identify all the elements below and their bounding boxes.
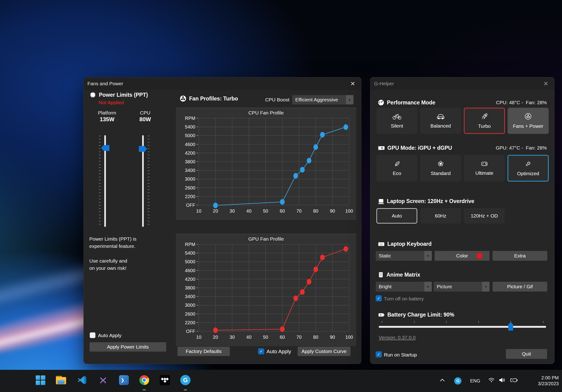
fans-window-title: Fans and Power: [87, 81, 123, 86]
power-auto-apply-checkbox[interactable]: [90, 332, 95, 338]
battery-charge-icon: [378, 312, 385, 318]
gpu-mode-optimized-button[interactable]: Optimized: [507, 155, 549, 181]
apply-custom-curve-button[interactable]: Apply Custom Curve: [298, 347, 351, 356]
keyboard-extra-button[interactable]: Extra: [492, 251, 547, 261]
power-limits-note-1: Power Limits (PPT) is experimental featu…: [89, 235, 137, 250]
cpu-boost-label: CPU Boost: [255, 97, 289, 102]
tray-g-helper-icon[interactable]: G: [454, 377, 461, 384]
cpu-boost-dropdown[interactable]: Efficient Aggressive ▾: [292, 95, 353, 104]
svg-text:3800: 3800: [185, 159, 195, 164]
battery-slider-thumb[interactable]: [508, 322, 513, 331]
chip-icon: [89, 91, 96, 98]
cpu-boost-value: Efficient Aggressive: [292, 97, 346, 102]
perf-mode-silent-button[interactable]: Silent: [376, 108, 418, 134]
tray-chevron-up[interactable]: [438, 375, 447, 385]
anime-brightness-value: Bright: [376, 284, 424, 290]
perf-mode-turbo-button[interactable]: Turbo: [464, 108, 505, 134]
svg-text:GPU Fan Profile: GPU Fan Profile: [248, 236, 284, 242]
taskbar-clock[interactable]: 2:00 PM 3/23/2023: [538, 375, 559, 387]
svg-text:90: 90: [330, 208, 335, 213]
chevron-down-icon[interactable]: ▾: [482, 282, 490, 291]
language-indicator[interactable]: ENG: [470, 378, 480, 384]
taskbar-visual-studio[interactable]: [98, 375, 108, 385]
cpu-limit: CPU 80W: [129, 110, 162, 123]
anime-matrix-heading: Anime Matrix: [378, 271, 420, 278]
cpu-temp-status: CPU: 48°C - Fan: 28%: [496, 100, 547, 105]
taskbar-tidal[interactable]: [159, 375, 170, 385]
powershell-icon: ❯_: [119, 375, 129, 385]
gpu-mode-standard-button[interactable]: Standard: [420, 155, 461, 181]
chevron-down-icon[interactable]: ▾: [424, 282, 432, 291]
display-icon: [481, 160, 488, 168]
gpu-mode-ultimate-button[interactable]: Ultimate: [464, 155, 505, 181]
close-icon[interactable]: ✕: [541, 79, 551, 88]
perf-mode-balanced-button[interactable]: Balanced: [420, 108, 461, 134]
g-helper-running-indicator: [184, 389, 187, 390]
cpu-slider-handle[interactable]: [139, 146, 147, 152]
svg-text:5400: 5400: [185, 124, 195, 129]
close-icon[interactable]: ✕: [348, 79, 358, 88]
svg-text:3000: 3000: [185, 302, 195, 308]
run-on-startup-checkbox[interactable]: ✓: [376, 351, 382, 358]
screen-auto-button[interactable]: Auto: [376, 208, 417, 224]
taskbar-powershell[interactable]: ❯_: [118, 375, 129, 385]
anime-brightness-dropdown[interactable]: Bright ▾: [376, 282, 432, 291]
anime-battery-label: Turn off on battery: [384, 296, 424, 302]
laptop-screen-heading: Laptop Screen: 120Hz + Overdrive: [378, 198, 474, 204]
fans-window-titlebar[interactable]: Fans and Power ✕: [84, 77, 361, 90]
car-icon: [436, 113, 445, 121]
screen-60hz-button[interactable]: 60Hz: [420, 208, 461, 224]
gpu-mode-eco-button[interactable]: Eco: [376, 155, 418, 181]
taskbar-file-explorer[interactable]: [56, 375, 66, 385]
battery-slider-tick: [446, 321, 446, 323]
power-limits-heading: Power Limits (PPT): [89, 91, 148, 98]
screen-icon: [378, 198, 384, 204]
gpu-temp-status: GPU: 47°C - Fan: 28%: [496, 145, 547, 151]
svg-text:4200: 4200: [185, 277, 195, 282]
leaf-icon: [393, 160, 400, 168]
anime-battery-checkbox[interactable]: ✓: [376, 295, 382, 301]
svg-text:80: 80: [313, 335, 318, 340]
ghelper-titlebar[interactable]: G-Helper ✕: [370, 77, 554, 90]
chevron-down-icon[interactable]: ▾: [346, 95, 353, 104]
anime-picture-gif-button[interactable]: Picture / Gif: [492, 282, 547, 291]
taskbar-vscode[interactable]: [77, 375, 87, 385]
anime-content-dropdown[interactable]: Picture ▾: [434, 282, 490, 291]
chevron-down-icon[interactable]: ▾: [424, 251, 432, 261]
start-button[interactable]: [35, 375, 46, 385]
apply-power-limits-button[interactable]: Apply Power Limits: [90, 342, 166, 352]
version-link[interactable]: Version: 0.37.0.0: [379, 335, 416, 340]
power-limits-note-2: Use carefully and on your own risk!: [89, 257, 127, 272]
curve-auto-apply-checkbox[interactable]: ✓: [258, 348, 264, 354]
curve-auto-apply-label: Auto Apply: [267, 348, 291, 355]
check-icon: ✓: [377, 296, 380, 301]
svg-text:4600: 4600: [185, 268, 195, 273]
keyboard-mode-dropdown[interactable]: Static ▾: [376, 251, 432, 261]
quit-button[interactable]: Quit: [506, 349, 547, 359]
tray-battery[interactable]: [509, 375, 519, 385]
cpu-fan-profile-chart[interactable]: CPU Fan ProfileRPM5400500046004200380034…: [176, 108, 356, 220]
keyboard-mode-value: Static: [376, 253, 424, 259]
chrome-icon: [139, 375, 149, 385]
svg-text:RPM: RPM: [185, 242, 195, 247]
gpu-mode-heading: GPU Mode: iGPU + dGPU: [378, 145, 452, 151]
tray-volume[interactable]: [498, 375, 507, 385]
platform-slider-handle[interactable]: [101, 145, 109, 151]
svg-text:60: 60: [280, 208, 285, 213]
gpu-fan-profile-chart[interactable]: GPU Fan ProfileRPM5400500046004200380034…: [176, 234, 356, 346]
keyboard-color-button[interactable]: Color: [434, 251, 490, 261]
svg-text:3800: 3800: [185, 285, 195, 290]
factory-defaults-button[interactable]: Factory Defaults: [177, 347, 230, 356]
gpu-card-icon: [378, 145, 385, 151]
taskbar-chrome[interactable]: [139, 375, 150, 385]
optimized-gear-icon: [524, 160, 532, 168]
svg-text:OFF: OFF: [186, 202, 195, 208]
svg-text:5400: 5400: [185, 250, 195, 256]
perf-mode-fans-power-button[interactable]: Fans + Power: [507, 108, 549, 134]
battery-slider-track[interactable]: [379, 326, 546, 328]
svg-text:40: 40: [246, 335, 252, 340]
taskbar-g-helper[interactable]: G: [180, 375, 191, 385]
screen-120hz-od-button[interactable]: 120Hz + OD: [464, 208, 505, 224]
desktop: Fans and Power ✕ Power Limits (PPT) Not …: [0, 0, 562, 392]
tray-wifi[interactable]: [487, 375, 495, 385]
